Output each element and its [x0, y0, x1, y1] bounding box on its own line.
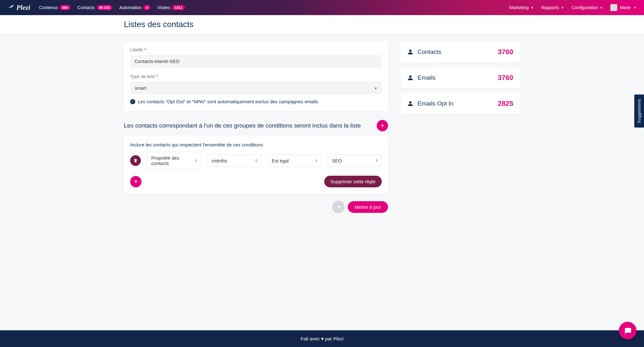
property-select[interactable]: Propriété des contacts ▲▼	[147, 152, 201, 169]
type-select-value: smart	[130, 82, 382, 94]
nav-left: Contenus 684 Contacts 66 233 Automation …	[39, 5, 185, 10]
operator-select-value: Est égal	[272, 158, 289, 163]
nav-right: Marketing ▼ Rapports ▼ Configuration ▼ M…	[509, 4, 636, 11]
rule-intro: Inclure les contacts qui respectent l'en…	[130, 142, 382, 147]
add-group-button[interactable]: +	[377, 120, 388, 131]
required-mark: *	[156, 74, 158, 79]
attribute-select-value: Intérêts	[212, 158, 227, 163]
sort-icon: ▲▼	[255, 159, 258, 162]
brand-logo[interactable]: Plezi	[8, 3, 30, 12]
nav-marketing[interactable]: Marketing ▼	[509, 5, 534, 10]
sort-icon: ▲▼	[375, 159, 378, 162]
top-nav: Plezi Contenus 684 Contacts 66 233 Autom…	[0, 0, 644, 15]
nav-contenus-badge: 684	[60, 5, 70, 10]
operator-select[interactable]: Est égal ▲▼	[267, 155, 322, 167]
info-line: ! Les contacts "Opt Out" et "NPAI" sont …	[130, 99, 382, 104]
avatar	[610, 4, 617, 11]
libelle-label: Libellé *	[130, 47, 382, 52]
attribute-select[interactable]: Intérêts ▲▼	[207, 155, 262, 167]
caret-down-icon: ▼	[374, 86, 377, 90]
info-icon: !	[130, 99, 135, 104]
chat-button[interactable]	[619, 322, 636, 339]
conditions-heading-row: Les contacts correspondant à l'un de ces…	[124, 120, 388, 131]
caret-down-icon: ▼	[600, 6, 603, 9]
arrow-left-icon	[336, 204, 341, 210]
user-name: Marie	[620, 5, 631, 10]
chat-icon	[624, 327, 632, 335]
nav-contacts-label: Contacts	[77, 5, 95, 10]
brand-name: Plezi	[16, 3, 30, 12]
type-select[interactable]: smart ▼	[130, 82, 382, 94]
stat-emails-optin-value: 2825	[498, 100, 513, 108]
footer: Fait avec ♥ par Plezi	[0, 330, 644, 347]
nav-marketing-label: Marketing	[509, 5, 529, 10]
suggestions-tab[interactable]: Suggestions	[634, 94, 644, 128]
sort-icon: ▲▼	[315, 159, 318, 162]
form-card: Libellé * Type de liste * smart ▼ ! Les …	[124, 42, 388, 111]
wing-icon	[8, 4, 14, 11]
nav-visites-badge: 1411	[172, 5, 185, 10]
sort-icon: ▲▼	[195, 159, 198, 162]
nav-configuration-label: Configuration	[572, 5, 598, 10]
page-title: Listes des contacts	[124, 20, 520, 29]
caret-down-icon: ▼	[530, 6, 534, 9]
nav-rapports[interactable]: Rapports ▼	[541, 5, 564, 10]
nav-rapports-label: Rapports	[541, 5, 559, 10]
stat-contacts-label: Contacts	[418, 48, 441, 55]
value-select-value: SEO	[332, 158, 342, 163]
nav-contenus-label: Contenus	[39, 5, 58, 10]
title-bar: Listes des contacts	[0, 15, 644, 34]
main: Libellé * Type de liste * smart ▼ ! Les …	[0, 34, 644, 330]
info-text: Les contacts "Opt Out" et "NPAI" sont au…	[138, 99, 318, 104]
user-icon	[408, 75, 413, 81]
caret-down-icon: ▼	[633, 6, 636, 9]
nav-configuration[interactable]: Configuration ▼	[572, 5, 603, 10]
type-label: Type de liste *	[130, 74, 382, 79]
nav-automation-badge: 4	[143, 5, 150, 10]
nav-contacts-badge: 66 233	[97, 5, 113, 10]
footer-suffix: par Plezi	[324, 336, 344, 341]
delete-rule-button[interactable]: Supprimer cette règle	[324, 176, 382, 187]
delete-condition-button[interactable]	[130, 155, 141, 166]
user-menu[interactable]: Marie ▼	[610, 4, 636, 11]
heart-icon: ♥	[321, 336, 324, 341]
property-select-value: Propriété des contacts	[151, 155, 179, 166]
stat-emails-optin: Emails Opt In 2825	[401, 93, 520, 114]
back-button[interactable]	[332, 201, 345, 213]
user-icon	[408, 101, 413, 106]
stat-contacts-value: 3760	[498, 48, 513, 56]
stat-emails-value: 3760	[498, 74, 513, 82]
value-select[interactable]: SEO ▲▼	[327, 155, 382, 167]
stat-emails-label: Emails	[418, 74, 436, 81]
stat-emails: Emails 3760	[401, 67, 520, 88]
nav-visites[interactable]: Visites 1411	[157, 5, 185, 10]
nav-automation-label: Automation	[119, 5, 142, 10]
stat-emails-optin-label: Emails Opt In	[418, 100, 453, 107]
rule-card: Inclure les contacts qui respectent l'en…	[124, 136, 388, 194]
nav-visites-label: Visites	[157, 5, 170, 10]
footer-prefix: Fait avec	[301, 336, 321, 341]
rule-row: Propriété des contacts ▲▼ Intérêts ▲▼ Es…	[130, 152, 382, 169]
nav-contenus[interactable]: Contenus 684	[39, 5, 70, 10]
update-button[interactable]: Mettre à jour	[348, 201, 388, 213]
stats-column: Contacts 3760 Emails 3760 Emails Opt In …	[401, 42, 520, 213]
nav-contacts[interactable]: Contacts 66 233	[77, 5, 112, 10]
required-mark: *	[144, 47, 146, 52]
add-condition-button[interactable]: +	[130, 176, 142, 187]
user-icon	[408, 49, 413, 55]
conditions-heading: Les contacts correspondant à l'un de ces…	[124, 122, 361, 129]
stat-contacts: Contacts 3760	[401, 42, 520, 62]
caret-down-icon: ▼	[561, 6, 564, 9]
bottom-actions: Mettre à jour	[124, 201, 388, 213]
libelle-input[interactable]	[130, 55, 382, 68]
trash-icon	[133, 158, 138, 163]
nav-automation[interactable]: Automation 4	[119, 5, 150, 10]
